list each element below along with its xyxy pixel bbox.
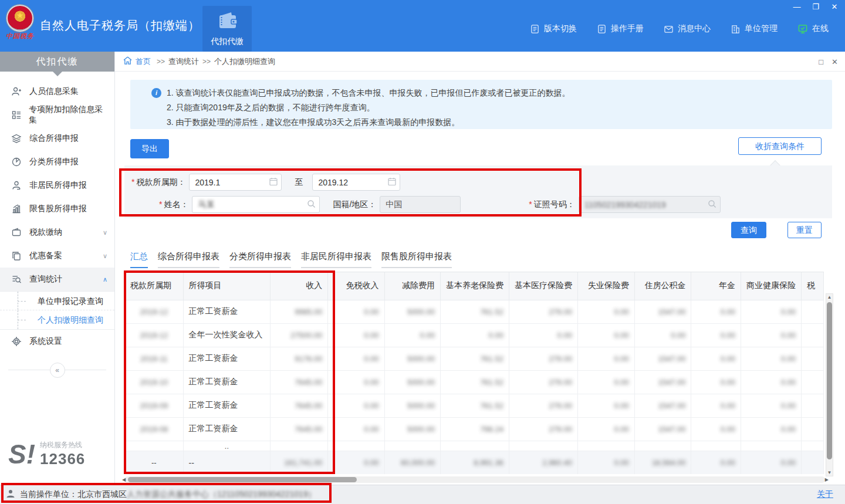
vertical-scrollbar[interactable]: ▲ ▼ — [826, 293, 833, 476]
breadcrumb-home-link[interactable]: 首页 — [136, 56, 151, 67]
table-row[interactable]: 2019-12正常工资薪金9985.000.005000.00761.52279… — [125, 300, 824, 323]
table-cell: -- — [125, 451, 184, 474]
table-cell: 1547.00 — [634, 347, 691, 370]
result-table-body: 2019-12正常工资薪金9985.000.005000.00761.52279… — [125, 300, 824, 474]
table-cell — [125, 441, 184, 451]
vertical-scrollbar-thumb[interactable] — [827, 302, 832, 459]
result-table: 税款所属期所得项目收入免税收入减除费用基本养老保险费基本医疗保险费失业保险费住房… — [124, 272, 824, 474]
period-to-input[interactable]: 2019.12 — [312, 174, 400, 191]
sidebar-item[interactable]: 系统设置 — [0, 330, 114, 353]
window-minimize-button[interactable]: — — [792, 2, 802, 12]
table-cell: 9985.00 — [271, 300, 328, 323]
id-number-input[interactable]: 110502199304221019 — [579, 196, 721, 213]
calendar-icon[interactable] — [269, 177, 278, 187]
header-nav-item-5[interactable]: 在线 — [797, 23, 829, 34]
logo-caption: 中国税务 — [5, 32, 35, 40]
header-nav-item-3[interactable]: 消息中心 — [664, 23, 711, 34]
tab-5[interactable]: 限售股所得申报表 — [381, 251, 452, 268]
unit-name-redacted: 人力资源公共服务中心（12110502199304221019） — [127, 489, 316, 500]
table-row[interactable]: .. — [125, 441, 824, 451]
sidebar-item[interactable]: 分类所得申报 — [0, 150, 114, 174]
table-cell: 60,000.00 — [384, 451, 440, 474]
status-bar: 当前操作单位：北京市西城区人力资源公共服务中心（1211050219930422… — [0, 485, 845, 504]
table-cell: 0.00 — [741, 394, 801, 417]
table-row[interactable]: 2019-12全年一次性奖金收入27500.000.000.000.000.00… — [125, 323, 824, 347]
search-icon[interactable] — [307, 199, 316, 210]
summary-row[interactable]: ----161,741.000.0060,000.008,991.362,960… — [125, 451, 824, 474]
calendar-icon[interactable] — [388, 177, 396, 187]
tab-2[interactable]: 综合所得申报表 — [158, 251, 219, 268]
table-cell: 9176.00 — [271, 347, 328, 370]
table-row[interactable]: 2019-11正常工资薪金9176.000.005000.00761.52279… — [125, 347, 824, 370]
column-header: 税 — [801, 272, 823, 300]
table-cell — [634, 441, 691, 451]
table-cell: 0.00 — [577, 300, 634, 323]
table-cell: 0.00 — [509, 323, 577, 347]
sidebar-item[interactable]: 限售股所得申报 — [0, 197, 114, 221]
export-button[interactable]: 导出 — [130, 139, 169, 158]
table-cell: 0.00 — [691, 394, 741, 417]
tab-4[interactable]: 非居民所得申报表 — [301, 251, 371, 268]
module-tab-withholding[interactable]: 代扣代缴 — [202, 6, 252, 52]
sidebar-item[interactable]: 非居民所得申报 — [0, 174, 114, 197]
wallet2-icon — [11, 226, 22, 238]
window-restore-button[interactable]: ❐ — [811, 2, 820, 12]
query-button[interactable]: 查询 — [731, 222, 766, 238]
period-label: 税款所属期： — [131, 177, 185, 188]
pane-close-button[interactable]: ✕ — [832, 57, 838, 66]
sidebar-item[interactable]: 人员信息采集 — [0, 80, 114, 103]
sidebar-item[interactable]: 查询统计∧ — [0, 268, 114, 291]
table-cell: 全年一次性奖金收入 — [183, 323, 271, 347]
table-cell: 0.00 — [691, 300, 741, 323]
search-icon[interactable] — [708, 199, 716, 210]
pane-maximize-button[interactable]: □ — [819, 57, 823, 66]
scroll-right-arrow-icon[interactable]: ▶ — [825, 476, 829, 483]
table-cell: 5000.00 — [384, 394, 440, 417]
tab-3[interactable]: 分类所得申报表 — [229, 251, 291, 268]
horizontal-scrollbar[interactable]: ◀ ▶ — [124, 476, 825, 483]
table-cell: 798.24 — [440, 417, 509, 441]
name-input[interactable]: 马某 — [192, 196, 320, 213]
table-row[interactable]: 2019-10正常工资薪金7645.000.005000.00761.52279… — [125, 370, 824, 394]
table-row[interactable]: 2019-09正常工资薪金7645.000.005000.00761.52279… — [125, 394, 824, 417]
online-monitor-icon — [797, 24, 808, 34]
period-from-input[interactable]: 2019.1 — [189, 174, 282, 191]
scroll-up-arrow-icon[interactable]: ▲ — [826, 295, 833, 300]
column-header: 免税收入 — [328, 272, 384, 300]
sidebar-item[interactable]: 综合所得申报 — [0, 127, 114, 150]
list-icon — [11, 109, 22, 121]
table-cell — [801, 300, 823, 323]
column-header: 税款所属期 — [125, 272, 184, 300]
table-cell: .. — [183, 441, 271, 451]
reset-button[interactable]: 重置 — [787, 222, 822, 238]
table-cell: 0.00 — [577, 347, 634, 370]
collapse-query-button[interactable]: 收折查询条件 — [738, 137, 822, 155]
table-cell: 0.00 — [691, 370, 741, 394]
sidebar-item[interactable]: 优惠备案∨ — [0, 244, 114, 268]
sidebar-item[interactable]: 税款缴纳∨ — [0, 221, 114, 244]
table-cell: 0.00 — [634, 323, 691, 347]
table-cell: 18,564.00 — [634, 451, 691, 474]
header-nav-item-1[interactable]: 版本切换 — [530, 23, 577, 34]
horizontal-scrollbar-thumb[interactable] — [128, 477, 357, 482]
sidebar-collapse-button[interactable]: « — [50, 363, 65, 378]
table-cell — [801, 323, 823, 347]
person-icon — [11, 180, 22, 191]
copy-icon — [11, 250, 22, 262]
scroll-down-arrow-icon[interactable]: ▼ — [826, 470, 833, 475]
table-cell: 7645.00 — [271, 417, 328, 441]
window-close-button[interactable]: ✕ — [830, 2, 839, 12]
sidebar-subitem[interactable]: 个人扣缴明细查询 — [0, 310, 114, 329]
table-cell: 0.00 — [741, 323, 801, 347]
gear-icon — [11, 336, 22, 347]
table-row[interactable]: 2019-08正常工资薪金7645.000.005000.00798.24279… — [125, 417, 824, 441]
table-cell: 2019-12 — [125, 300, 184, 323]
sidebar-subitem[interactable]: 单位申报记录查询 — [0, 292, 114, 310]
tab-1[interactable]: 汇总 — [130, 251, 148, 268]
about-link[interactable]: 关于 — [817, 489, 833, 500]
header-nav-item-2[interactable]: 操作手册 — [597, 23, 644, 34]
sidebar-item[interactable]: 专项附加扣除信息采集 — [0, 103, 114, 127]
header-nav-item-4[interactable]: 单位管理 — [731, 23, 778, 34]
table-cell: 8,991.36 — [440, 451, 509, 474]
scroll-left-arrow-icon[interactable]: ◀ — [122, 476, 126, 483]
